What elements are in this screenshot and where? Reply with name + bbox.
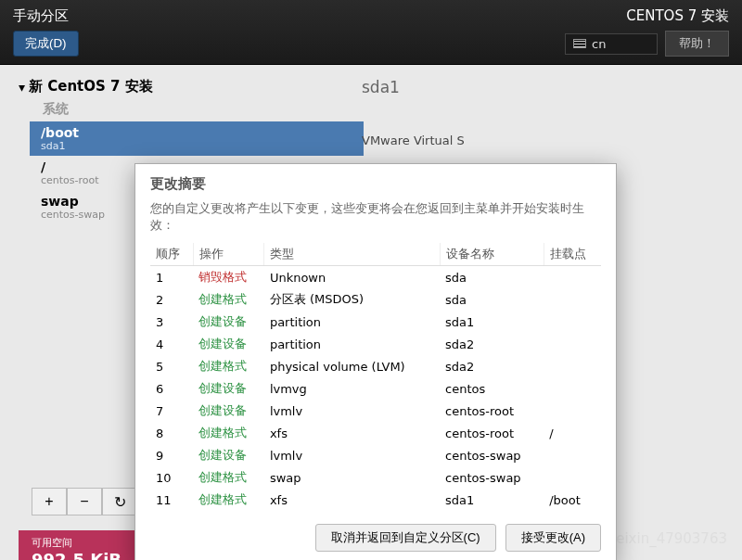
summary-of-changes-dialog: 更改摘要 您的自定义更改将产生以下变更，这些变更将会在您返回到主菜单并开始安装时… — [134, 163, 617, 560]
table-cell: 3 — [150, 311, 193, 333]
help-button[interactable]: 帮助！ — [665, 31, 729, 57]
table-cell: 销毁格式 — [193, 266, 264, 289]
table-cell: partition — [264, 311, 440, 333]
table-cell: 11 — [150, 489, 193, 511]
table-cell: centos-root — [440, 422, 544, 444]
table-cell: 7 — [150, 400, 193, 422]
table-cell: 创建设备 — [193, 311, 264, 333]
table-cell — [544, 311, 601, 333]
table-row[interactable]: 5创建格式physical volume (LVM)sda2 — [150, 355, 601, 377]
table-cell — [544, 444, 601, 466]
table-cell: xfs — [264, 489, 440, 511]
table-cell — [544, 377, 601, 400]
available-space-box: 可用空间 992.5 KiB — [19, 530, 134, 560]
table-row[interactable]: 6创建设备lvmvgcentos — [150, 377, 601, 400]
table-cell: /boot — [544, 489, 601, 511]
table-row[interactable]: 8创建格式xfscentos-root/ — [150, 422, 601, 444]
remove-partition-button[interactable]: − — [67, 488, 102, 515]
reload-button[interactable]: ↻ — [102, 488, 137, 515]
dialog-footer: 取消并返回到自定义分区(C) 接受更改(A) — [150, 524, 601, 552]
table-cell: lvmvg — [264, 377, 440, 400]
expand-arrow-icon: ▾ — [19, 80, 25, 95]
table-cell — [544, 266, 601, 289]
table-cell: 分区表 (MSDOS) — [264, 288, 440, 311]
table-row[interactable]: 9创建设备lvmlvcentos-swap — [150, 444, 601, 466]
table-cell: 创建格式 — [193, 288, 264, 311]
table-cell: centos — [440, 377, 544, 400]
table-cell: 创建格式 — [193, 355, 264, 377]
table-cell: 8 — [150, 422, 193, 444]
table-cell: lvmlv — [264, 444, 440, 466]
top-bar: 手动分区 完成(D) CENTOS 7 安装 cn 帮助！ — [0, 0, 742, 65]
table-cell: 4 — [150, 333, 193, 355]
table-cell: sda2 — [440, 333, 544, 355]
table-cell: 创建设备 — [193, 377, 264, 400]
table-cell: centos-swap — [440, 466, 544, 489]
cancel-button[interactable]: 取消并返回到自定义分区(C) — [315, 524, 496, 552]
table-cell: swap — [264, 466, 440, 489]
keyboard-icon — [573, 39, 586, 48]
done-button[interactable]: 完成(D) — [13, 31, 79, 57]
table-cell: 2 — [150, 288, 193, 311]
table-cell: centos-root — [440, 400, 544, 422]
table-row[interactable]: 11创建格式xfssda1/boot — [150, 489, 601, 511]
add-partition-button[interactable]: + — [32, 488, 67, 515]
table-cell: sda — [440, 266, 544, 289]
table-cell: 创建设备 — [193, 333, 264, 355]
table-cell: xfs — [264, 422, 440, 444]
table-cell: sda — [440, 288, 544, 311]
dialog-description: 您的自定义更改将产生以下变更，这些变更将会在您返回到主菜单并开始安装时生效： — [150, 200, 601, 234]
partition-toolbar: + − ↻ — [32, 488, 137, 515]
table-column-header[interactable]: 操作 — [193, 243, 264, 266]
table-cell: lvmlv — [264, 400, 440, 422]
table-cell: 5 — [150, 355, 193, 377]
keyboard-indicator[interactable]: cn — [565, 33, 658, 55]
table-cell — [544, 333, 601, 355]
table-cell: 1 — [150, 266, 193, 289]
table-row[interactable]: 3创建设备partitionsda1 — [150, 311, 601, 333]
table-row[interactable]: 1销毁格式Unknownsda — [150, 266, 601, 289]
table-column-header[interactable]: 挂载点 — [544, 243, 601, 266]
table-cell: 6 — [150, 377, 193, 400]
partition-item[interactable]: /bootsda1 — [30, 121, 364, 156]
changes-table: 顺序操作类型设备名称挂载点 1销毁格式Unknownsda2创建格式分区表 (M… — [150, 243, 601, 511]
table-row[interactable]: 7创建设备lvmlvcentos-root — [150, 400, 601, 422]
main-area: ▾ 新 CentOS 7 安装 系统 /bootsda1/centos-root… — [0, 65, 742, 560]
dialog-title: 更改摘要 — [150, 175, 601, 193]
keyboard-layout: cn — [592, 37, 606, 51]
table-cell: sda2 — [440, 355, 544, 377]
table-cell: 创建格式 — [193, 489, 264, 511]
table-cell: / — [544, 422, 601, 444]
table-cell: Unknown — [264, 266, 440, 289]
device-description: VMware Virtual S — [362, 134, 714, 147]
table-cell: sda1 — [440, 489, 544, 511]
table-cell: 创建设备 — [193, 444, 264, 466]
table-cell — [544, 400, 601, 422]
accept-button[interactable]: 接受更改(A) — [505, 524, 601, 552]
page-title: 手动分区 — [13, 7, 79, 25]
partition-name: /boot — [41, 125, 352, 140]
table-column-header[interactable]: 顺序 — [150, 243, 193, 266]
table-cell: 创建设备 — [193, 400, 264, 422]
table-row[interactable]: 10创建格式swapcentos-swap — [150, 466, 601, 489]
table-cell: 创建格式 — [193, 466, 264, 489]
available-space-label: 可用空间 — [32, 536, 122, 550]
table-cell — [544, 466, 601, 489]
installer-title: CENTOS 7 安装 — [626, 7, 729, 25]
table-cell — [544, 288, 601, 311]
table-cell: 创建格式 — [193, 422, 264, 444]
table-cell: 9 — [150, 444, 193, 466]
table-cell: physical volume (LVM) — [264, 355, 440, 377]
available-space-value: 992.5 KiB — [32, 550, 122, 560]
table-cell: sda1 — [440, 311, 544, 333]
table-cell — [544, 355, 601, 377]
partition-heading-label: 新 CentOS 7 安装 — [29, 78, 153, 95]
table-column-header[interactable]: 类型 — [264, 243, 440, 266]
table-cell: partition — [264, 333, 440, 355]
table-row[interactable]: 4创建设备partitionsda2 — [150, 333, 601, 355]
partition-device: sda1 — [41, 140, 352, 152]
table-column-header[interactable]: 设备名称 — [440, 243, 544, 266]
table-row[interactable]: 2创建格式分区表 (MSDOS)sda — [150, 288, 601, 311]
table-cell: 10 — [150, 466, 193, 489]
table-cell: centos-swap — [440, 444, 544, 466]
